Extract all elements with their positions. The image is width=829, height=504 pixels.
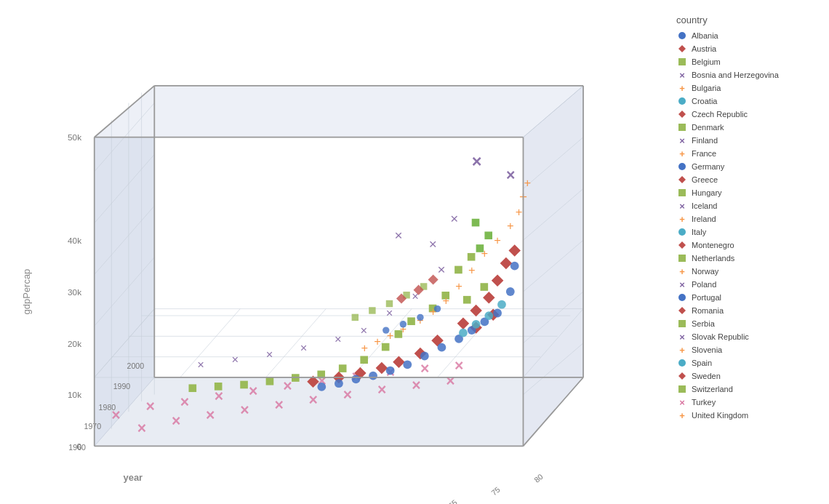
legend-item[interactable]: Czech Republic [676, 108, 822, 120]
svg-marker-111 [470, 305, 482, 317]
svg-text:×: × [300, 341, 308, 354]
svg-rect-90 [468, 253, 476, 261]
legend-item[interactable]: + Bulgaria [676, 82, 822, 94]
svg-rect-98 [339, 364, 347, 372]
legend-icon: + [676, 82, 688, 94]
legend-item[interactable]: × Bosnia and Herzegovina [676, 69, 822, 81]
svg-marker-191 [678, 307, 686, 314]
svg-text:75: 75 [489, 485, 502, 497]
legend-label: Bulgaria [692, 84, 721, 92]
legend-item[interactable]: + United Kingdom [676, 409, 822, 421]
svg-point-178 [678, 32, 686, 39]
legend-label: Albania [692, 31, 718, 40]
svg-text:×: × [231, 353, 239, 366]
legend-label: United Kingdom [692, 411, 748, 420]
legend-label: Portugal [692, 293, 721, 302]
legend-item[interactable]: Portugal [676, 292, 822, 303]
legend-icon [676, 226, 688, 238]
svg-text:1960: 1960 [68, 443, 86, 452]
svg-text:gdpPercap: gdpPercap [21, 269, 32, 315]
legend-label: Slovak Republic [692, 332, 749, 341]
legend-item[interactable]: + France [676, 148, 822, 159]
legend-label: Montenegro [692, 241, 734, 249]
legend-item[interactable]: Sweden [676, 370, 822, 382]
svg-rect-104 [188, 384, 196, 392]
svg-text:×: × [206, 407, 215, 423]
legend-item[interactable]: Belgium [676, 56, 822, 68]
legend-icon: × [676, 69, 688, 81]
legend-icon [676, 56, 688, 68]
svg-point-140 [459, 329, 468, 337]
svg-text:×: × [343, 386, 352, 403]
legend-item[interactable]: + Slovenia [676, 344, 822, 356]
svg-text:50k: 50k [68, 132, 81, 142]
svg-point-181 [678, 97, 686, 105]
legend-item[interactable]: Montenegro [676, 239, 822, 251]
legend-item[interactable]: Netherlands [676, 252, 822, 264]
svg-point-135 [506, 287, 515, 296]
svg-rect-89 [481, 283, 489, 291]
legend-item[interactable]: Denmark [676, 121, 822, 133]
legend-item[interactable]: Greece [676, 174, 822, 185]
legend-item[interactable]: Croatia [676, 95, 822, 107]
svg-rect-103 [215, 383, 223, 391]
legend-item[interactable]: Switzerland [676, 383, 822, 395]
svg-marker-121 [508, 244, 521, 257]
svg-text:×: × [446, 372, 454, 389]
legend-icon: + [676, 409, 688, 421]
legend-item[interactable]: × Poland [676, 279, 822, 290]
svg-text:×: × [137, 420, 146, 436]
legend-label: Belgium [692, 57, 721, 66]
svg-point-165 [417, 314, 423, 321]
svg-rect-195 [678, 385, 686, 393]
svg-rect-160 [352, 314, 359, 321]
legend-label: Switzerland [692, 385, 733, 393]
svg-text:+: + [516, 205, 523, 218]
svg-text:+: + [374, 335, 381, 348]
svg-text:×: × [240, 401, 249, 418]
legend-item[interactable]: Hungary [676, 187, 822, 199]
svg-text:+: + [443, 294, 450, 307]
svg-text:×: × [335, 332, 342, 345]
legend-icon: × [676, 200, 688, 212]
legend-item[interactable]: × Finland [676, 135, 822, 146]
svg-text:×: × [506, 167, 515, 183]
legend-label: Slovenia [692, 345, 722, 354]
svg-text:+: + [507, 219, 514, 232]
svg-marker-122 [492, 274, 504, 287]
svg-text:20k: 20k [68, 339, 81, 348]
legend-item[interactable]: Serbia [676, 318, 822, 329]
svg-marker-112 [457, 317, 470, 329]
legend-label: Serbia [692, 319, 715, 328]
legend-item[interactable]: + Ireland [676, 213, 822, 225]
svg-marker-3 [95, 86, 583, 137]
legend-item[interactable]: Italy [676, 226, 822, 238]
legend-item[interactable]: Albania [676, 30, 822, 41]
legend-item[interactable]: × Turkey [676, 396, 822, 408]
legend-label: Hungary [692, 188, 722, 197]
svg-text:10k: 10k [68, 390, 81, 399]
legend-item[interactable]: Germany [676, 161, 822, 172]
legend-item[interactable]: Spain [676, 357, 822, 369]
chart-svg: 0 10k 20k 30k 40k 50k gdpPercap 80 75 65… [0, 0, 669, 504]
legend-icon [676, 252, 688, 264]
svg-point-184 [678, 163, 686, 170]
svg-text:+: + [468, 263, 476, 276]
svg-point-131 [369, 372, 377, 380]
svg-text:×: × [146, 398, 155, 415]
svg-text:1970: 1970 [84, 422, 102, 431]
legend-item[interactable]: Austria [676, 43, 822, 55]
svg-point-138 [484, 311, 493, 320]
svg-marker-179 [678, 45, 686, 52]
legend-icon [676, 43, 688, 55]
legend-item[interactable]: × Slovak Republic [676, 331, 822, 343]
svg-text:+: + [361, 341, 368, 354]
legend-item[interactable]: × Iceland [676, 200, 822, 212]
legend-item[interactable]: + Norway [676, 265, 822, 277]
svg-rect-186 [678, 189, 686, 196]
svg-text:30k: 30k [68, 287, 81, 297]
svg-line-5 [180, 309, 241, 377]
legend-label: Italy [692, 228, 706, 236]
svg-rect-158 [386, 300, 393, 307]
legend-item[interactable]: Romania [676, 305, 822, 316]
